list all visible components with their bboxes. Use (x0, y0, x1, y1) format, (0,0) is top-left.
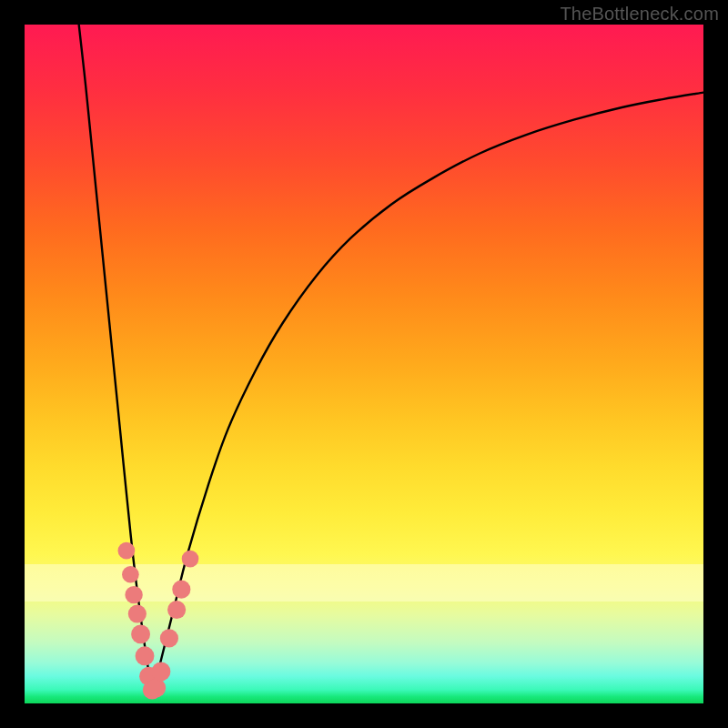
chart-svg (25, 25, 703, 703)
data-marker (122, 566, 139, 583)
data-marker (152, 662, 171, 682)
plot-area (25, 25, 703, 703)
data-marker (131, 624, 150, 643)
curve-right-branch (152, 93, 703, 693)
chart-frame: TheBottleneck.com (0, 0, 728, 728)
data-marker (172, 581, 190, 599)
data-marker (118, 542, 136, 560)
data-marker (160, 629, 178, 647)
data-marker (125, 586, 142, 603)
watermark-text: TheBottleneck.com (560, 4, 719, 25)
data-marker (167, 601, 186, 619)
data-marker (182, 551, 199, 568)
data-marker (147, 678, 166, 697)
data-marker (128, 604, 147, 622)
data-marker (136, 646, 155, 665)
